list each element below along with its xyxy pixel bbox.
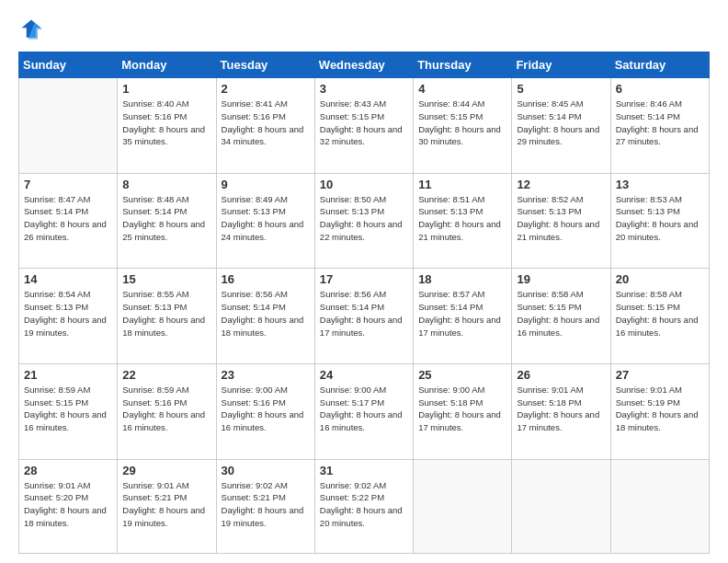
calendar-cell: 10Sunrise: 8:50 AM Sunset: 5:13 PM Dayli… bbox=[314, 173, 413, 269]
day-number: 18 bbox=[418, 272, 506, 286]
day-info: Sunrise: 8:58 AM Sunset: 5:15 PM Dayligh… bbox=[616, 288, 704, 339]
day-number: 19 bbox=[517, 272, 605, 286]
calendar-cell: 6Sunrise: 8:46 AM Sunset: 5:14 PM Daylig… bbox=[610, 78, 709, 174]
day-number: 22 bbox=[122, 368, 210, 382]
day-info: Sunrise: 8:52 AM Sunset: 5:13 PM Dayligh… bbox=[517, 193, 605, 244]
calendar-cell bbox=[512, 459, 610, 554]
day-info: Sunrise: 8:44 AM Sunset: 5:15 PM Dayligh… bbox=[418, 98, 506, 148]
day-number: 29 bbox=[122, 464, 210, 477]
day-info: Sunrise: 8:43 AM Sunset: 5:15 PM Dayligh… bbox=[320, 98, 408, 148]
day-number: 1 bbox=[122, 82, 210, 96]
day-info: Sunrise: 9:00 AM Sunset: 5:18 PM Dayligh… bbox=[418, 384, 506, 434]
weekday-header-thursday: Thursday bbox=[414, 52, 512, 78]
day-info: Sunrise: 8:55 AM Sunset: 5:13 PM Dayligh… bbox=[122, 288, 210, 339]
calendar-week-row: 14Sunrise: 8:54 AM Sunset: 5:13 PM Dayli… bbox=[19, 269, 710, 364]
day-number: 31 bbox=[320, 464, 408, 477]
calendar-cell: 25Sunrise: 9:00 AM Sunset: 5:18 PM Dayli… bbox=[414, 363, 512, 459]
day-info: Sunrise: 9:02 AM Sunset: 5:22 PM Dayligh… bbox=[320, 479, 408, 530]
day-number: 24 bbox=[320, 368, 408, 382]
day-info: Sunrise: 9:00 AM Sunset: 5:17 PM Dayligh… bbox=[320, 384, 408, 434]
day-number: 26 bbox=[517, 368, 605, 382]
day-number: 21 bbox=[24, 368, 112, 382]
header bbox=[18, 17, 710, 42]
day-info: Sunrise: 8:49 AM Sunset: 5:13 PM Dayligh… bbox=[222, 193, 310, 244]
day-number: 11 bbox=[418, 178, 506, 191]
day-info: Sunrise: 8:58 AM Sunset: 5:15 PM Dayligh… bbox=[517, 288, 605, 339]
day-number: 28 bbox=[24, 464, 112, 477]
page: SundayMondayTuesdayWednesdayThursdayFrid… bbox=[0, 0, 728, 563]
day-info: Sunrise: 8:48 AM Sunset: 5:14 PM Dayligh… bbox=[122, 193, 210, 244]
day-info: Sunrise: 8:50 AM Sunset: 5:13 PM Dayligh… bbox=[320, 193, 408, 244]
calendar-week-row: 28Sunrise: 9:01 AM Sunset: 5:20 PM Dayli… bbox=[19, 459, 710, 554]
calendar-cell: 23Sunrise: 9:00 AM Sunset: 5:16 PM Dayli… bbox=[216, 363, 314, 459]
weekday-header-monday: Monday bbox=[118, 52, 216, 78]
day-number: 25 bbox=[418, 368, 506, 382]
logo bbox=[18, 17, 48, 42]
calendar-cell: 5Sunrise: 8:45 AM Sunset: 5:14 PM Daylig… bbox=[512, 78, 610, 174]
day-info: Sunrise: 8:45 AM Sunset: 5:14 PM Dayligh… bbox=[517, 98, 605, 148]
calendar-week-row: 1Sunrise: 8:40 AM Sunset: 5:16 PM Daylig… bbox=[19, 78, 710, 174]
calendar-week-row: 21Sunrise: 8:59 AM Sunset: 5:15 PM Dayli… bbox=[19, 363, 710, 459]
weekday-header-saturday: Saturday bbox=[610, 52, 709, 78]
day-number: 17 bbox=[320, 272, 408, 286]
day-number: 27 bbox=[616, 368, 704, 382]
calendar-cell bbox=[19, 78, 118, 174]
calendar-cell: 30Sunrise: 9:02 AM Sunset: 5:21 PM Dayli… bbox=[216, 459, 314, 554]
day-info: Sunrise: 9:01 AM Sunset: 5:19 PM Dayligh… bbox=[616, 384, 704, 434]
calendar-cell: 11Sunrise: 8:51 AM Sunset: 5:13 PM Dayli… bbox=[414, 173, 512, 269]
calendar-cell: 26Sunrise: 9:01 AM Sunset: 5:18 PM Dayli… bbox=[512, 363, 610, 459]
day-number: 23 bbox=[222, 368, 310, 382]
calendar-cell: 19Sunrise: 8:58 AM Sunset: 5:15 PM Dayli… bbox=[512, 269, 610, 364]
day-info: Sunrise: 9:00 AM Sunset: 5:16 PM Dayligh… bbox=[222, 384, 310, 434]
day-number: 7 bbox=[24, 178, 112, 191]
day-number: 12 bbox=[517, 178, 605, 191]
calendar-cell bbox=[414, 459, 512, 554]
day-info: Sunrise: 8:40 AM Sunset: 5:16 PM Dayligh… bbox=[122, 98, 210, 148]
calendar-cell: 17Sunrise: 8:56 AM Sunset: 5:14 PM Dayli… bbox=[314, 269, 413, 364]
weekday-header-friday: Friday bbox=[512, 52, 610, 78]
day-info: Sunrise: 9:02 AM Sunset: 5:21 PM Dayligh… bbox=[222, 479, 310, 530]
day-number: 9 bbox=[222, 178, 310, 191]
calendar-cell: 9Sunrise: 8:49 AM Sunset: 5:13 PM Daylig… bbox=[216, 173, 314, 269]
calendar-cell: 29Sunrise: 9:01 AM Sunset: 5:21 PM Dayli… bbox=[118, 459, 216, 554]
day-number: 2 bbox=[222, 82, 310, 96]
day-number: 4 bbox=[418, 82, 506, 96]
day-info: Sunrise: 8:51 AM Sunset: 5:13 PM Dayligh… bbox=[418, 193, 506, 244]
day-info: Sunrise: 8:46 AM Sunset: 5:14 PM Dayligh… bbox=[616, 98, 704, 148]
day-info: Sunrise: 8:53 AM Sunset: 5:13 PM Dayligh… bbox=[616, 193, 704, 244]
day-number: 14 bbox=[24, 272, 112, 286]
day-info: Sunrise: 8:59 AM Sunset: 5:16 PM Dayligh… bbox=[122, 384, 210, 434]
calendar-cell: 7Sunrise: 8:47 AM Sunset: 5:14 PM Daylig… bbox=[19, 173, 118, 269]
day-number: 16 bbox=[222, 272, 310, 286]
calendar-cell: 3Sunrise: 8:43 AM Sunset: 5:15 PM Daylig… bbox=[314, 78, 413, 174]
day-number: 30 bbox=[222, 464, 310, 477]
calendar-cell: 18Sunrise: 8:57 AM Sunset: 5:14 PM Dayli… bbox=[414, 269, 512, 364]
day-number: 8 bbox=[122, 178, 210, 191]
day-info: Sunrise: 8:57 AM Sunset: 5:14 PM Dayligh… bbox=[418, 288, 506, 339]
calendar-cell: 12Sunrise: 8:52 AM Sunset: 5:13 PM Dayli… bbox=[512, 173, 610, 269]
day-number: 6 bbox=[616, 82, 704, 96]
day-number: 5 bbox=[517, 82, 605, 96]
day-info: Sunrise: 8:41 AM Sunset: 5:16 PM Dayligh… bbox=[222, 98, 310, 148]
calendar-header-row: SundayMondayTuesdayWednesdayThursdayFrid… bbox=[19, 52, 710, 78]
calendar-week-row: 7Sunrise: 8:47 AM Sunset: 5:14 PM Daylig… bbox=[19, 173, 710, 269]
calendar-cell: 15Sunrise: 8:55 AM Sunset: 5:13 PM Dayli… bbox=[118, 269, 216, 364]
day-info: Sunrise: 9:01 AM Sunset: 5:18 PM Dayligh… bbox=[517, 384, 605, 434]
day-number: 20 bbox=[616, 272, 704, 286]
day-info: Sunrise: 8:56 AM Sunset: 5:14 PM Dayligh… bbox=[320, 288, 408, 339]
weekday-header-wednesday: Wednesday bbox=[314, 52, 413, 78]
day-number: 3 bbox=[320, 82, 408, 96]
day-info: Sunrise: 9:01 AM Sunset: 5:21 PM Dayligh… bbox=[122, 479, 210, 530]
weekday-header-sunday: Sunday bbox=[19, 52, 118, 78]
day-number: 15 bbox=[122, 272, 210, 286]
calendar-cell: 2Sunrise: 8:41 AM Sunset: 5:16 PM Daylig… bbox=[216, 78, 314, 174]
calendar-cell: 20Sunrise: 8:58 AM Sunset: 5:15 PM Dayli… bbox=[610, 269, 709, 364]
calendar-cell: 14Sunrise: 8:54 AM Sunset: 5:13 PM Dayli… bbox=[19, 269, 118, 364]
weekday-header-tuesday: Tuesday bbox=[216, 52, 314, 78]
calendar-cell: 8Sunrise: 8:48 AM Sunset: 5:14 PM Daylig… bbox=[118, 173, 216, 269]
day-info: Sunrise: 8:54 AM Sunset: 5:13 PM Dayligh… bbox=[24, 288, 112, 339]
calendar-cell: 4Sunrise: 8:44 AM Sunset: 5:15 PM Daylig… bbox=[414, 78, 512, 174]
logo-icon bbox=[18, 17, 44, 42]
calendar-cell: 1Sunrise: 8:40 AM Sunset: 5:16 PM Daylig… bbox=[118, 78, 216, 174]
day-info: Sunrise: 8:59 AM Sunset: 5:15 PM Dayligh… bbox=[24, 384, 112, 434]
